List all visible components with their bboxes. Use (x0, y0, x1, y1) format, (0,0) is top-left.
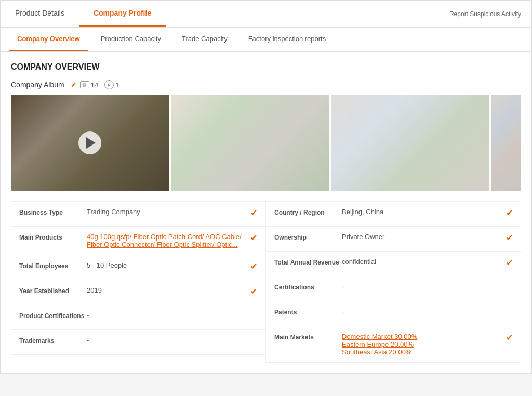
value-total-employees: 5 - 10 People (87, 261, 246, 269)
play-button[interactable] (78, 131, 101, 154)
label-certifications: Certifications (274, 283, 342, 291)
value-main-products[interactable]: 40g 100g qsfp/ Fiber Optic Patch Cord/ A… (87, 233, 246, 248)
value-main-markets[interactable]: Domestic Market 30.00% Eastern Europe 20… (342, 333, 502, 356)
tab-company-profile[interactable]: Company Profile (79, 1, 166, 27)
subtab-trade-capacity[interactable]: Trade Capacity (174, 28, 236, 51)
value-total-annual-revenue: confidential (342, 258, 502, 266)
main-markets-link-domestic[interactable]: Domestic Market 30.00% (342, 333, 502, 340)
main-markets-link-southeast-asia[interactable]: Southeast Asia 20.00% (342, 348, 502, 356)
top-tabs-left: Product Details Company Profile (1, 1, 166, 27)
label-year-established: Year Established (19, 286, 87, 295)
check-total-annual-revenue: ✔ (506, 258, 513, 268)
value-patents: - (342, 308, 513, 315)
gallery-item-1[interactable] (11, 95, 169, 191)
report-suspicious-link[interactable]: Report Suspicious Activity (439, 2, 531, 26)
info-col-left: Business Type Trading Company ✔ Main Pro… (11, 202, 266, 363)
label-total-annual-revenue: Total Annual Revenue (274, 258, 342, 266)
subtab-production-capacity[interactable]: Production Capacity (92, 28, 169, 51)
label-ownership: Ownership (274, 233, 342, 241)
value-country-region: Beijing, China (342, 208, 502, 216)
main-markets-link-eastern-europe[interactable]: Eastern Europe 20.00% (342, 340, 502, 348)
info-row-total-employees: Total Employees 5 - 10 People ✔ (11, 255, 265, 280)
album-verified-icon: ✔ (71, 81, 77, 89)
subtab-company-overview[interactable]: Company Overview (9, 28, 88, 51)
check-ownership: ✔ (506, 233, 513, 243)
check-main-products: ✔ (250, 233, 257, 243)
photo-icon: ▦ (80, 81, 89, 88)
info-col-right: Country / Region Beijing, China ✔ Owners… (266, 202, 521, 363)
check-main-markets: ✔ (506, 333, 513, 342)
value-ownership: Private Owner (342, 233, 502, 241)
value-business-type: Trading Company (87, 208, 246, 216)
info-row-year-established: Year Established 2019 ✔ (11, 280, 265, 305)
photo-gallery (11, 95, 521, 191)
info-row-trademarks: Trademarks - (11, 330, 265, 355)
check-total-employees: ✔ (250, 261, 257, 271)
main-container: Product Details Company Profile Report S… (0, 0, 532, 374)
label-total-employees: Total Employees (19, 261, 87, 270)
tab-product-details[interactable]: Product Details (1, 1, 79, 27)
label-main-products: Main Products (19, 233, 87, 241)
section-title: COMPANY OVERVIEW (11, 62, 521, 72)
album-label: Company Album (11, 81, 64, 89)
label-business-type: Business Type (19, 208, 87, 216)
check-business-type: ✔ (250, 208, 257, 218)
video-icon: ▶ (104, 80, 114, 89)
info-row-certifications: Certifications - (266, 276, 521, 301)
sub-tabs-bar: Company Overview Production Capacity Tra… (1, 28, 531, 52)
info-row-ownership: Ownership Private Owner ✔ (266, 227, 521, 252)
gallery-item-4[interactable] (491, 95, 521, 191)
info-row-country-region: Country / Region Beijing, China ✔ (266, 202, 521, 227)
info-row-business-type: Business Type Trading Company ✔ (11, 202, 265, 227)
label-product-certifications: Product Certifications (19, 311, 87, 320)
label-main-markets: Main Markets (274, 333, 342, 341)
check-year-established: ✔ (250, 286, 257, 296)
main-products-link[interactable]: 40g 100g qsfp/ Fiber Optic Patch Cord/ A… (87, 233, 242, 248)
info-row-product-certifications: Product Certifications - (11, 305, 265, 330)
album-row: Company Album ✔ ▦ 14 ▶ 1 (11, 80, 521, 89)
top-tabs-bar: Product Details Company Profile Report S… (1, 1, 531, 28)
label-patents: Patents (274, 308, 342, 316)
album-video-count[interactable]: ▶ 1 (104, 80, 119, 89)
info-row-main-products: Main Products 40g 100g qsfp/ Fiber Optic… (11, 227, 265, 255)
main-content: COMPANY OVERVIEW Company Album ✔ ▦ 14 ▶ … (1, 52, 531, 373)
gallery-item-2[interactable] (171, 95, 329, 191)
subtab-factory-inspection[interactable]: Factory inspection reports (240, 28, 335, 51)
label-trademarks: Trademarks (19, 336, 87, 345)
value-certifications: - (342, 283, 513, 291)
value-trademarks: - (87, 336, 257, 344)
label-country-region: Country / Region (274, 208, 342, 216)
info-row-patents: Patents - (266, 301, 521, 326)
gallery-item-3[interactable] (331, 95, 489, 191)
info-row-main-markets: Main Markets Domestic Market 30.00% East… (266, 326, 521, 363)
info-row-total-annual-revenue: Total Annual Revenue confidential ✔ (266, 252, 521, 276)
value-product-certifications: - (87, 311, 257, 319)
check-country-region: ✔ (506, 208, 513, 218)
value-year-established: 2019 (87, 286, 246, 294)
album-photo-count[interactable]: ▦ 14 (80, 81, 98, 89)
company-info-grid: Business Type Trading Company ✔ Main Pro… (11, 201, 521, 363)
